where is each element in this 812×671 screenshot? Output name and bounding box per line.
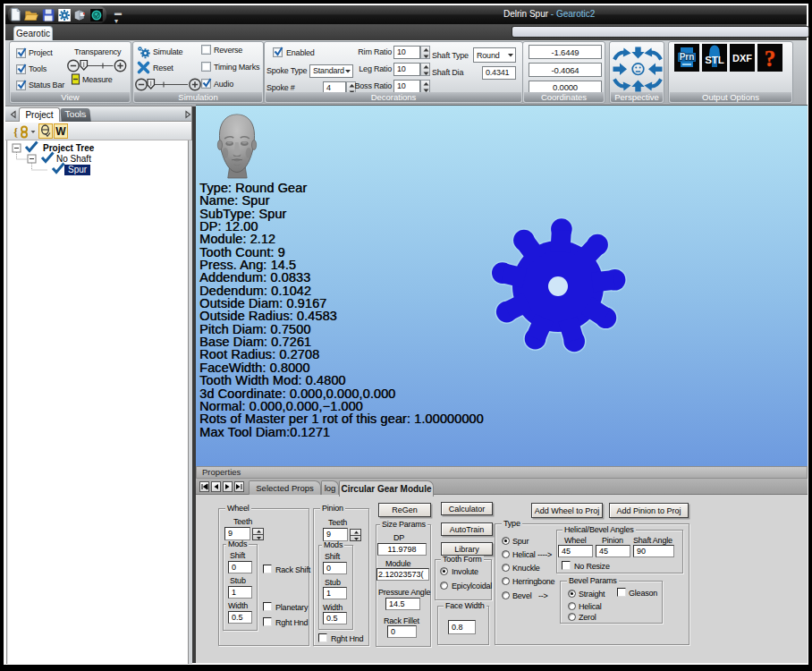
svg-text:DXF: DXF [732, 53, 752, 64]
svg-text:STL: STL [705, 55, 724, 65]
svg-text:W: W [55, 125, 66, 138]
svg-text:?: ? [765, 47, 775, 71]
svg-text:{: { [13, 125, 18, 139]
svg-text:Prn: Prn [680, 52, 695, 62]
